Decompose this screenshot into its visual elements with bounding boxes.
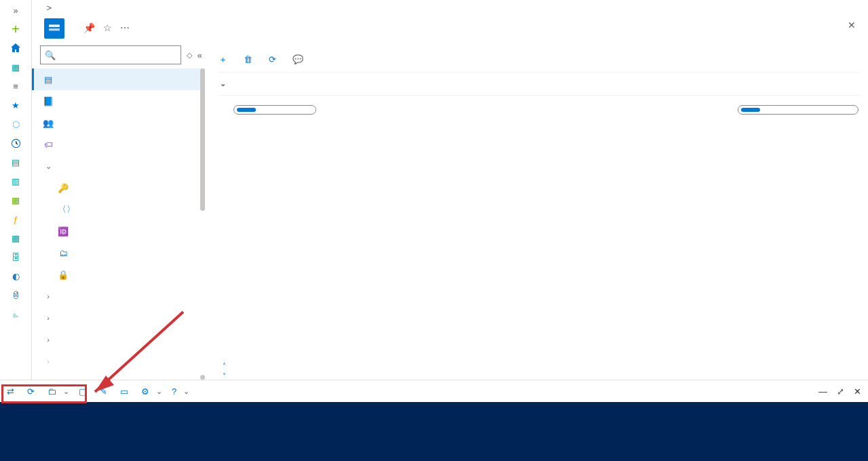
chevron-down-icon: ˅	[223, 372, 226, 380]
range-30d[interactable]	[836, 108, 855, 112]
nav-settings[interactable]: ⌄	[32, 155, 205, 177]
feedback-button[interactable]: 💬	[293, 54, 307, 64]
grid3-icon[interactable]: ▦	[10, 232, 22, 244]
nav-access-keys[interactable]: 🔑	[32, 177, 205, 199]
search-input[interactable]	[58, 50, 176, 60]
metrics-chart	[219, 124, 860, 358]
event-subscription-button[interactable]: ＋	[219, 54, 231, 66]
nav-identity[interactable]: 🆔	[32, 220, 205, 242]
cloud-shell: ⇄ ⟳ 🗀 ⌄ ▢ ✎ ▭ ⚙ ⌄ ? ⌄ — ⤢ ✕	[0, 380, 868, 461]
search-icon: 🔍	[45, 50, 56, 60]
cosmos-icon[interactable]: ◐	[10, 270, 22, 282]
expand-icon[interactable]: »	[10, 4, 22, 16]
switch-to-bash-button[interactable]: ⇄	[7, 386, 18, 397]
range-7d[interactable]	[817, 108, 836, 112]
terminal[interactable]	[0, 402, 868, 461]
new-session-button[interactable]: ▢	[79, 386, 90, 397]
grid1-icon[interactable]: ▤	[10, 156, 22, 168]
maximize-icon[interactable]: ⤢	[837, 386, 844, 397]
tab-errors[interactable]	[256, 108, 275, 112]
command-bar: ＋ 🗑 ⟳ 💬	[219, 47, 860, 73]
svg-rect-2	[49, 28, 60, 31]
nav-overview[interactable]: ▤	[32, 68, 205, 90]
shell-settings-button[interactable]: ⚙ ⌄	[141, 386, 162, 397]
nav-activity-log[interactable]: 📘	[32, 90, 205, 112]
restart-button[interactable]: ⟳	[27, 386, 38, 397]
chevron-up-icon: ˄	[223, 362, 226, 369]
left-rail: » + ▦ ≡ ★ ⬡ ▤ ▥ ▦ ƒ ▦ 🗄 ◐ 🛢 ⎁	[0, 0, 32, 380]
nav-access-control[interactable]: 👥	[32, 112, 205, 134]
net-icon[interactable]: ⎁	[10, 308, 22, 320]
range-6h[interactable]	[760, 108, 779, 112]
svg-rect-1	[49, 24, 60, 26]
resource-icon	[44, 18, 64, 39]
nav-monitoring[interactable]: ›	[32, 307, 205, 329]
pin-icon[interactable]: 📌	[83, 22, 95, 33]
delete-button[interactable]: 🗑	[244, 54, 257, 64]
tab-dead-letter[interactable]	[294, 108, 313, 112]
func-icon[interactable]: ƒ	[10, 213, 22, 225]
nav-help[interactable]: ›	[32, 350, 205, 372]
tab-latency[interactable]	[275, 108, 294, 112]
nav-entities[interactable]: ›	[32, 285, 205, 307]
sort-icon[interactable]: ◇	[187, 51, 192, 60]
nav-configuration[interactable]: 🗂	[32, 242, 205, 264]
nav-networking[interactable]: 〈〉	[32, 199, 205, 220]
range-12h[interactable]	[779, 108, 798, 112]
favorite-icon[interactable]: ★	[10, 99, 22, 111]
scrollbar-thumb-bottom[interactable]	[200, 375, 205, 380]
nav-automation[interactable]: ›	[32, 329, 205, 350]
metric-type-selector	[233, 105, 316, 115]
collapse-icon[interactable]: «	[197, 50, 202, 60]
close-icon[interactable]: ✕	[848, 20, 856, 31]
nav-tags[interactable]: 🏷	[32, 134, 205, 155]
refresh-button[interactable]: ⟳	[269, 54, 280, 64]
essentials-toggle[interactable]: ⌄	[220, 79, 226, 88]
dashboard-icon[interactable]: ▦	[10, 61, 22, 73]
db1-icon[interactable]: 🗄	[10, 251, 22, 263]
legend-pager[interactable]: ˄ ˅	[223, 362, 226, 380]
manage-files-button[interactable]: 🗀 ⌄	[48, 386, 69, 397]
breadcrumb: >	[32, 0, 868, 14]
tab-general[interactable]	[237, 108, 256, 112]
home-icon[interactable]	[10, 42, 22, 54]
nav-locks[interactable]: 🔒	[32, 264, 205, 285]
clock-icon[interactable]	[10, 137, 22, 149]
web-preview-button[interactable]: ▭	[120, 386, 132, 397]
more-icon[interactable]: ⋯	[120, 22, 130, 33]
search-input-wrap: 🔍	[40, 45, 181, 64]
time-range-selector	[738, 105, 858, 115]
editor-button[interactable]: ✎	[100, 386, 111, 397]
star-icon[interactable]: ☆	[103, 22, 112, 33]
shell-toolbar: ⇄ ⟳ 🗀 ⌄ ▢ ✎ ▭ ⚙ ⌄ ? ⌄ — ⤢ ✕	[0, 380, 868, 402]
nav-menu: ▤ 📘 👥 🏷 ⌄ 🔑 〈〉 🆔 🗂 🔒 › › › ›	[32, 68, 205, 380]
add-icon[interactable]: +	[10, 23, 22, 35]
shell-help-button[interactable]: ? ⌄	[172, 386, 189, 397]
list-icon[interactable]: ≡	[10, 80, 22, 92]
sql-icon[interactable]: 🛢	[10, 289, 22, 301]
shell-close-icon[interactable]: ✕	[854, 386, 861, 397]
minimize-icon[interactable]: —	[818, 386, 827, 397]
grid2-icon[interactable]: ▥	[10, 175, 22, 187]
scrollbar-thumb[interactable]	[200, 68, 205, 211]
range-1h[interactable]	[741, 108, 760, 112]
range-1d[interactable]	[798, 108, 817, 112]
apps-icon[interactable]: ▦	[10, 194, 22, 206]
box-icon[interactable]: ⬡	[10, 118, 22, 130]
